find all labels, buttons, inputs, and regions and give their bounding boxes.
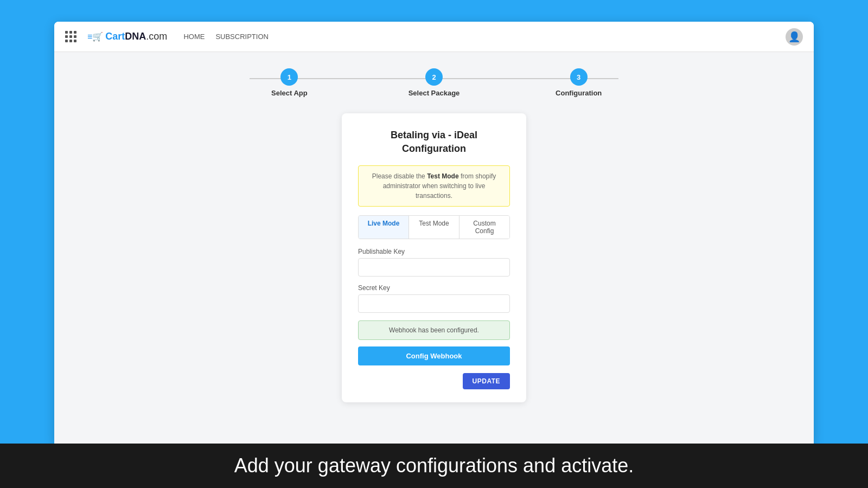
config-tabs: Live Mode Test Mode Custom Config xyxy=(358,215,510,239)
navbar: ≡🛒 CartDNA.com HOME SUBSCRIPTION 👤 xyxy=(54,22,814,52)
config-card: Betaling via - iDeal Configuration Pleas… xyxy=(342,113,526,402)
nav-subscription[interactable]: SUBSCRIPTION xyxy=(215,33,269,41)
publishable-key-label: Publishable Key xyxy=(358,248,510,255)
logo: ≡🛒 CartDNA.com xyxy=(87,31,167,42)
step-2-label: Select Package xyxy=(409,89,460,97)
secret-key-input[interactable] xyxy=(358,294,510,313)
card-title: Betaling via - iDeal Configuration xyxy=(358,129,510,156)
warning-highlight: Test Mode xyxy=(427,172,458,180)
grid-icon[interactable] xyxy=(65,31,76,42)
webhook-status: Webhook has been configured. xyxy=(358,320,510,340)
nav-links: HOME SUBSCRIPTION xyxy=(183,33,269,41)
update-button[interactable]: UPDATE xyxy=(463,373,510,389)
stepper: 1 Select App 2 Select Package 3 Configur… xyxy=(217,68,651,97)
step-1-label: Select App xyxy=(271,89,308,97)
tab-custom-config[interactable]: Custom Config xyxy=(459,216,509,239)
step-1: 1 Select App xyxy=(217,68,362,97)
logo-domain: .com xyxy=(146,31,167,42)
step-1-circle: 1 xyxy=(280,68,298,86)
step-3: 3 Configuration xyxy=(506,68,651,97)
logo-brand-blue: Cart xyxy=(105,31,125,42)
step-3-label: Configuration xyxy=(556,89,602,97)
user-avatar[interactable]: 👤 xyxy=(786,28,803,46)
step-3-circle: 3 xyxy=(570,68,588,86)
logo-brand: CartDNA.com xyxy=(105,31,167,42)
browser-window: ≡🛒 CartDNA.com HOME SUBSCRIPTION 👤 1 Sel… xyxy=(54,22,814,444)
logo-brand-dna: DNA xyxy=(125,31,146,42)
step-2-circle: 2 xyxy=(425,68,443,86)
tab-test-mode[interactable]: Test Mode xyxy=(409,216,459,239)
warning-box: Please disable the Test Mode from shopif… xyxy=(358,165,510,207)
config-webhook-button[interactable]: Config Webhook xyxy=(358,346,510,365)
nav-home[interactable]: HOME xyxy=(183,33,205,41)
bottom-caption: Add your gateway configurations and acti… xyxy=(0,444,868,488)
tab-live-mode[interactable]: Live Mode xyxy=(359,216,409,239)
update-row: UPDATE xyxy=(358,373,510,389)
page-content: 1 Select App 2 Select Package 3 Configur… xyxy=(54,52,814,444)
secret-key-label: Secret Key xyxy=(358,284,510,292)
step-2: 2 Select Package xyxy=(362,68,507,97)
logo-cart-icon: ≡🛒 xyxy=(87,31,103,42)
publishable-key-input[interactable] xyxy=(358,258,510,277)
